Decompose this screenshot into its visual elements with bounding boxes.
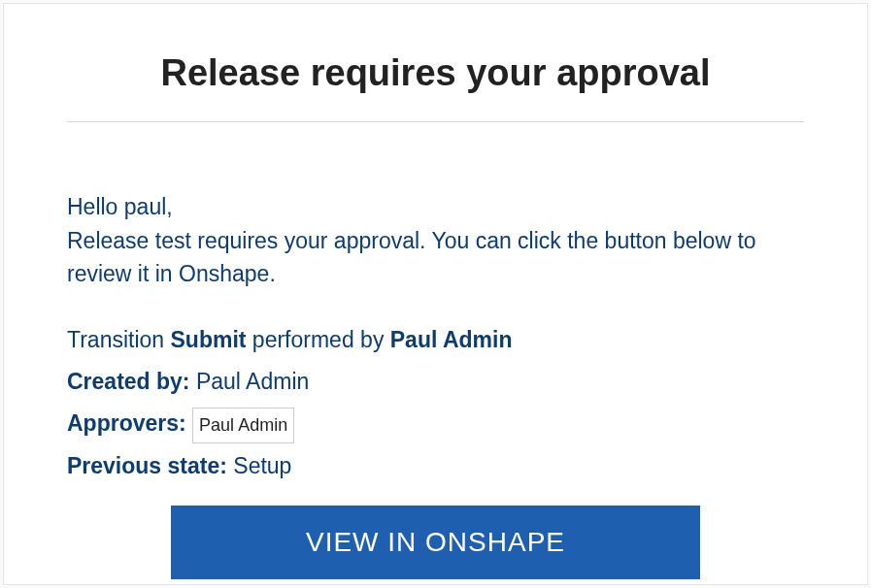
view-in-onshape-button[interactable]: VIEW IN ONSHAPE bbox=[171, 506, 700, 579]
greeting-text: Hello paul, bbox=[67, 190, 804, 224]
previous-state-line: Previous state: Setup bbox=[67, 446, 804, 486]
transition-action: Submit bbox=[171, 327, 247, 352]
cta-wrap: VIEW IN ONSHAPE bbox=[67, 506, 804, 579]
approvers-label: Approvers: bbox=[67, 410, 192, 436]
notification-card: Release requires your approval Hello pau… bbox=[3, 3, 868, 585]
page-title: Release requires your approval bbox=[67, 52, 804, 94]
transition-line: Transition Submit performed by Paul Admi… bbox=[67, 320, 804, 360]
divider bbox=[67, 121, 804, 122]
previous-state-value: Setup bbox=[233, 453, 291, 478]
message-block: Hello paul, Release test requires your a… bbox=[67, 190, 804, 291]
created-by-label: Created by: bbox=[67, 369, 196, 394]
transition-middle: performed by bbox=[246, 327, 389, 352]
approvers-line: Approvers: Paul Admin bbox=[67, 404, 804, 443]
message-text: Release test requires your approval. You… bbox=[67, 224, 804, 291]
created-by-value: Paul Admin bbox=[196, 369, 309, 394]
approver-chip: Paul Admin bbox=[192, 408, 294, 442]
metadata-block: Transition Submit performed by Paul Admi… bbox=[67, 320, 804, 489]
transition-prefix: Transition bbox=[67, 327, 171, 352]
previous-state-label: Previous state: bbox=[67, 453, 233, 478]
created-by-line: Created by: Paul Admin bbox=[67, 362, 804, 402]
transition-actor: Paul Admin bbox=[390, 327, 513, 352]
